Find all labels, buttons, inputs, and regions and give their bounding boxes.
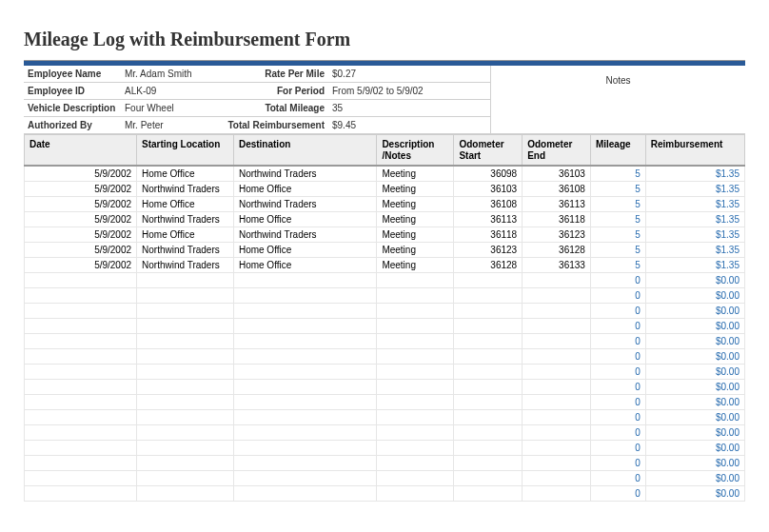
cell: $1.35 bbox=[645, 227, 744, 243]
cell: $0.00 bbox=[645, 441, 744, 456]
cell bbox=[233, 441, 376, 456]
cell: Home Office bbox=[233, 212, 376, 227]
cell: Home Office bbox=[137, 166, 234, 182]
cell bbox=[377, 334, 454, 349]
cell bbox=[233, 304, 376, 319]
cell bbox=[523, 349, 591, 365]
cell: $0.00 bbox=[645, 425, 744, 441]
cell: 36098 bbox=[454, 166, 523, 182]
cell bbox=[25, 334, 137, 349]
auth-value: Mr. Peter bbox=[121, 117, 205, 134]
table-row: 0$0.00 bbox=[25, 471, 745, 486]
cell: 0 bbox=[590, 395, 645, 410]
cell: 5 bbox=[590, 227, 645, 243]
cell: Meeting bbox=[377, 243, 454, 258]
cell bbox=[25, 349, 137, 365]
cell bbox=[25, 319, 137, 334]
cell bbox=[137, 471, 234, 486]
cell bbox=[233, 273, 376, 288]
cell: $0.00 bbox=[645, 471, 744, 486]
cell bbox=[454, 425, 523, 441]
auth-label: Authorized By bbox=[24, 117, 121, 134]
cell: $0.00 bbox=[645, 380, 744, 395]
table-row: 5/9/2002Northwind TradersHome OfficeMeet… bbox=[25, 243, 745, 258]
cell bbox=[25, 471, 137, 486]
cell: $0.00 bbox=[645, 288, 744, 304]
table-header-row: Date Starting Location Destination Descr… bbox=[25, 135, 745, 167]
treimb-label: Total Reimbursement bbox=[205, 117, 328, 134]
cell bbox=[454, 471, 523, 486]
cell: 5 bbox=[590, 166, 645, 182]
cell bbox=[377, 471, 454, 486]
col-desc: Description /Notes bbox=[377, 135, 454, 167]
table-row: 0$0.00 bbox=[25, 319, 745, 334]
cell: 36103 bbox=[454, 182, 523, 197]
cell: $0.00 bbox=[645, 319, 744, 334]
table-row: 0$0.00 bbox=[25, 410, 745, 425]
table-row: 0$0.00 bbox=[25, 304, 745, 319]
cell bbox=[454, 380, 523, 395]
cell bbox=[377, 365, 454, 380]
cell: Northwind Traders bbox=[233, 166, 376, 182]
tmileage-value: 35 bbox=[328, 100, 490, 117]
cell: 0 bbox=[590, 365, 645, 380]
cell: Home Office bbox=[137, 197, 234, 212]
cell: 0 bbox=[590, 380, 645, 395]
cell: 0 bbox=[590, 334, 645, 349]
cell: $0.00 bbox=[645, 349, 744, 365]
cell: 5/9/2002 bbox=[25, 212, 137, 227]
cell bbox=[454, 365, 523, 380]
cell bbox=[137, 486, 234, 502]
cell bbox=[137, 395, 234, 410]
cell: Northwind Traders bbox=[137, 243, 234, 258]
cell bbox=[233, 456, 376, 471]
cell: 5/9/2002 bbox=[25, 166, 137, 182]
cell bbox=[454, 395, 523, 410]
cell bbox=[25, 380, 137, 395]
cell bbox=[377, 395, 454, 410]
cell bbox=[454, 441, 523, 456]
cell: Northwind Traders bbox=[137, 258, 234, 273]
period-label: For Period bbox=[205, 83, 328, 100]
emp-id-value: ALK-09 bbox=[121, 83, 205, 100]
cell: Home Office bbox=[233, 243, 376, 258]
cell: Meeting bbox=[377, 166, 454, 182]
rate-label: Rate Per Mile bbox=[205, 66, 328, 83]
cell bbox=[137, 334, 234, 349]
cell: 36113 bbox=[523, 197, 591, 212]
cell bbox=[377, 288, 454, 304]
cell bbox=[233, 471, 376, 486]
cell: 0 bbox=[590, 486, 645, 502]
cell bbox=[137, 425, 234, 441]
cell: 5 bbox=[590, 197, 645, 212]
cell bbox=[25, 441, 137, 456]
table-row: 0$0.00 bbox=[25, 349, 745, 365]
cell: 5/9/2002 bbox=[25, 197, 137, 212]
cell bbox=[523, 456, 591, 471]
cell bbox=[25, 395, 137, 410]
cell: $1.35 bbox=[645, 243, 744, 258]
cell: $1.35 bbox=[645, 258, 744, 273]
tmileage-label: Total Mileage bbox=[205, 100, 328, 117]
table-row: 0$0.00 bbox=[25, 288, 745, 304]
cell bbox=[523, 380, 591, 395]
cell bbox=[377, 319, 454, 334]
cell bbox=[454, 288, 523, 304]
cell bbox=[377, 349, 454, 365]
table-row: 0$0.00 bbox=[25, 425, 745, 441]
cell: 36113 bbox=[454, 212, 523, 227]
cell bbox=[523, 395, 591, 410]
cell: $1.35 bbox=[645, 182, 744, 197]
cell bbox=[137, 365, 234, 380]
cell: $0.00 bbox=[645, 365, 744, 380]
cell: 0 bbox=[590, 319, 645, 334]
cell bbox=[523, 365, 591, 380]
cell: Meeting bbox=[377, 182, 454, 197]
cell: 5 bbox=[590, 243, 645, 258]
cell: Northwind Traders bbox=[137, 212, 234, 227]
cell bbox=[137, 441, 234, 456]
table-row: 0$0.00 bbox=[25, 334, 745, 349]
cell: Northwind Traders bbox=[233, 227, 376, 243]
cell: Meeting bbox=[377, 227, 454, 243]
table-row: 0$0.00 bbox=[25, 486, 745, 502]
